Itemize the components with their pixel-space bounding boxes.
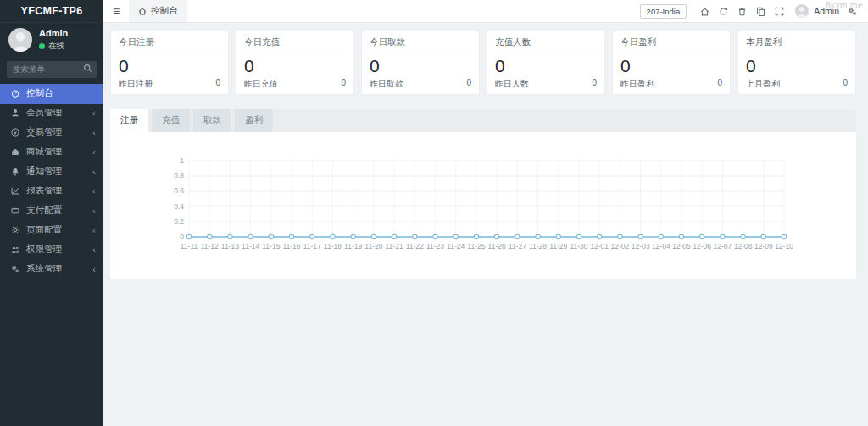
stat-card-foot-label: 昨日充值 [244, 78, 278, 90]
sidebar-item-label: 支付配置 [26, 205, 92, 216]
x-tick-label: 12-03 [632, 242, 650, 250]
sidebar-item-6[interactable]: 支付配置‹ [0, 201, 103, 221]
x-tick-label: 11-15 [262, 242, 280, 250]
sidebar-item-1[interactable]: 会员管理‹ [0, 104, 103, 123]
panel-body: 00.20.40.60.8111-1111-1211-1311-1411-151… [110, 132, 856, 279]
online-status-dot [39, 43, 45, 49]
chevron-left-icon: ‹ [92, 206, 96, 215]
sidebar-item-5[interactable]: 报表管理‹ [0, 182, 103, 201]
stat-card-foot-value: 0 [843, 78, 848, 90]
x-tick-label: 12-05 [672, 242, 691, 250]
store-icon [11, 148, 19, 156]
user-name: Admin [39, 28, 68, 39]
x-tick-label: 12-08 [734, 242, 753, 250]
x-tick-label: 11-22 [406, 242, 424, 250]
stat-card-value: 0 [620, 56, 722, 76]
stat-card-foot-value: 0 [341, 78, 346, 90]
chart-data-point [371, 234, 376, 238]
sidebar-item-label: 商城管理 [26, 146, 92, 158]
tab-1[interactable]: 充值 [152, 109, 190, 132]
chart-data-point [392, 234, 396, 238]
stat-card-2: 今日取款0昨日取款0 [361, 31, 480, 95]
x-tick-label: 11-26 [488, 242, 506, 250]
chart-data-point [536, 234, 540, 238]
chart-data-point [413, 234, 417, 238]
chevron-left-icon: ‹ [92, 265, 96, 273]
breadcrumb-tab[interactable]: 控制台 [129, 0, 187, 22]
sidebar-item-7[interactable]: 页面配置‹ [0, 221, 103, 240]
y-tick-label: 1 [180, 156, 184, 165]
chart-data-point [638, 234, 643, 238]
topbar-copy-button[interactable] [751, 0, 770, 23]
sidebar-item-label: 交易管理 [26, 126, 92, 138]
sidebar-item-3[interactable]: 商城管理‹ [0, 143, 103, 162]
sidebar-item-label: 权限管理 [26, 244, 92, 255]
stat-card-value: 0 [119, 56, 220, 76]
sidebar-item-0[interactable]: 控制台 [0, 84, 103, 104]
language-button[interactable]: 207-India [640, 4, 687, 19]
stat-card-title: 今日盈利 [620, 36, 722, 53]
stat-card-value: 0 [746, 56, 848, 76]
stat-card-foot-label: 昨日注册 [119, 78, 153, 90]
gauge-icon [11, 89, 19, 98]
stat-card-value: 0 [370, 56, 471, 76]
chart-data-point [186, 234, 191, 238]
users-icon [11, 245, 19, 254]
topbar-refresh-button[interactable] [714, 0, 732, 23]
bell-icon [11, 167, 19, 176]
x-tick-label: 11-21 [386, 242, 403, 250]
stats-row: 今日注册0昨日注册0今日充值0昨日充值0今日取款0昨日取款0充值人数0昨日人数0… [110, 31, 856, 95]
chart-data-point [474, 234, 478, 238]
topbar-expand-button[interactable] [770, 0, 788, 23]
chart-data-point [208, 234, 212, 238]
stat-card-foot-label: 昨日取款 [370, 78, 403, 90]
x-tick-label: 11-28 [529, 242, 547, 250]
x-tick-label: 11-20 [364, 242, 382, 250]
x-tick-label: 11-13 [221, 242, 239, 250]
chevron-left-icon: ‹ [92, 167, 96, 176]
x-tick-label: 11-19 [344, 242, 362, 250]
chart-data-point [433, 234, 437, 238]
x-tick-label: 12-07 [714, 242, 732, 250]
sidebar-user-block: Admin 在线 [0, 23, 103, 56]
stat-card-value: 0 [244, 56, 346, 76]
stat-card-title: 今日充值 [244, 36, 346, 53]
chart-data-point [289, 234, 293, 238]
watermark: 8kym.me [826, 1, 863, 10]
sidebar-search [7, 60, 97, 78]
sidebar-item-label: 页面配置 [26, 224, 92, 236]
chevron-left-icon: ‹ [92, 109, 96, 117]
chart-data-point [699, 234, 704, 238]
tab-3[interactable]: 盈利 [235, 109, 273, 132]
copy-icon [756, 7, 765, 16]
hamburger-icon[interactable]: ≡ [103, 0, 129, 22]
trend-chart: 00.20.40.60.8111-1111-1211-1311-1411-151… [110, 132, 856, 262]
sidebar-item-8[interactable]: 权限管理‹ [0, 240, 103, 260]
stat-card-value: 0 [495, 56, 597, 76]
chevron-left-icon: ‹ [92, 187, 96, 195]
tab-2[interactable]: 取款 [193, 109, 231, 132]
x-tick-label: 12-09 [754, 242, 773, 250]
sidebar-item-4[interactable]: 通知管理‹ [0, 162, 103, 182]
tab-0[interactable]: 注册 [110, 109, 148, 132]
sidebar-item-9[interactable]: 系统管理‹ [0, 260, 103, 279]
stat-card-foot-label: 昨日人数 [495, 78, 529, 90]
chart-data-point [228, 234, 232, 238]
home-icon [138, 7, 147, 15]
chart-data-point [618, 234, 622, 238]
stat-card-1: 今日充值0昨日充值0 [236, 31, 354, 95]
sidebar-item-label: 会员管理 [26, 107, 92, 119]
main-content: 今日注册0昨日注册0今日充值0昨日充值0今日取款0昨日取款0充值人数0昨日人数0… [103, 23, 868, 426]
topbar-home-button[interactable] [695, 0, 714, 23]
x-tick-label: 11-30 [570, 242, 587, 250]
app-logo: YFCMF-TP6 [0, 0, 103, 23]
chart-data-point [494, 234, 498, 238]
stat-card-5: 本月盈利0上月盈利0 [737, 31, 856, 95]
y-tick-label: 0.8 [174, 171, 184, 180]
topbar-trash-button[interactable] [732, 0, 751, 23]
chart-data-point [597, 234, 601, 238]
sidebar-item-2[interactable]: 交易管理‹ [0, 123, 103, 143]
topbar: ≡ 控制台 207-India Admin [103, 0, 868, 23]
sidebar-menu: 控制台会员管理‹交易管理‹商城管理‹通知管理‹报表管理‹支付配置‹页面配置‹权限… [0, 84, 103, 279]
x-tick-label: 11-24 [447, 242, 465, 250]
